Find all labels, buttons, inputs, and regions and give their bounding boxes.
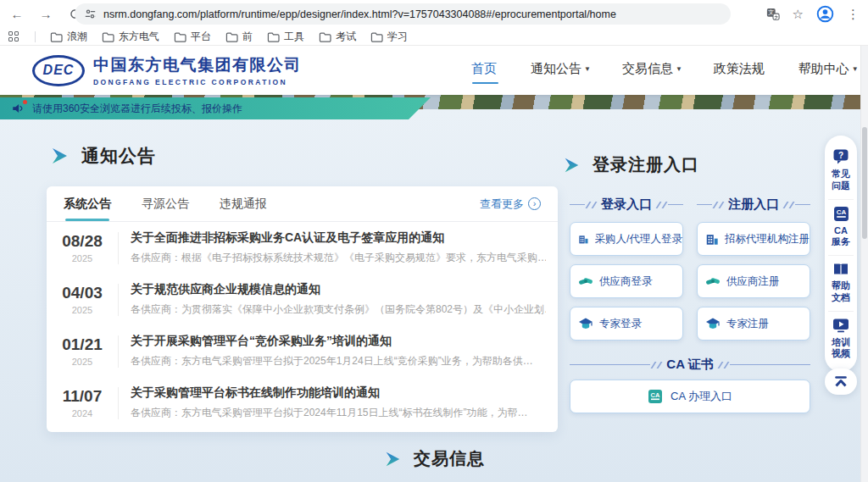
ca-cert-label: CA 证书 — [666, 357, 713, 373]
notice-year: 2025 — [47, 305, 118, 315]
nav-label: 通知公告 — [531, 61, 581, 77]
bookmark-label: 东方电气 — [119, 30, 159, 44]
book-icon — [832, 262, 849, 277]
bookmark-folder[interactable]: 工具 — [267, 30, 304, 44]
ribbon-text: 请使用360安全浏览器进行后续投标、报价操作 — [32, 102, 242, 116]
bookmark-folder[interactable]: 学习 — [370, 30, 408, 44]
tab-sourcing-notices[interactable]: 寻源公告 — [142, 186, 189, 222]
expert-register-button[interactable]: 专家注册 — [697, 307, 810, 341]
notice-title[interactable]: 关于全面推进非招标采购业务CA认证及电子签章应用的通知 — [131, 230, 546, 246]
nav-home[interactable]: 首页 — [471, 54, 499, 87]
notices-section-header: 通知公告 — [49, 144, 156, 168]
purchaser-agent-login-button[interactable]: 采购人/代理人登录 — [570, 222, 683, 256]
bookmarks-divider — [35, 31, 36, 42]
profile-avatar-icon[interactable] — [816, 5, 834, 23]
notice-title[interactable]: 关于采购管理平台标书在线制作功能培训的通知 — [131, 385, 546, 401]
bookmark-folder[interactable]: 平台 — [174, 30, 211, 44]
bookmark-label: 平台 — [191, 30, 211, 44]
quickbar-faq[interactable]: ? 常见问题 — [828, 142, 854, 199]
quickbar-ca-service[interactable]: CA CA服务 — [828, 199, 854, 256]
graduation-cap-icon — [578, 317, 593, 330]
notice-row[interactable]: 08/28 2025 关于全面推进非招标采购业务CA认证及电子签章应用的通知 各… — [47, 222, 558, 274]
notices-tabs: 系统公告 寻源公告 违规通报 查看更多 › — [47, 186, 558, 222]
button-label: 专家登录 — [599, 317, 642, 331]
folder-icon — [370, 31, 383, 42]
svg-text:CA: CA — [836, 208, 846, 216]
login-section-header: 登录注册入口 — [562, 153, 699, 176]
bookmark-star-icon[interactable]: ☆ — [793, 7, 804, 22]
nav-help-center[interactable]: 帮助中心▼ — [798, 54, 859, 87]
url-bar[interactable]: nsrm.dongfang.com/platform/runtime/epp/d… — [75, 3, 731, 25]
company-name-en: DONGFANG ELECTRIC CORPORATION — [93, 78, 302, 86]
nav-label: 帮助中心 — [798, 61, 849, 77]
supplier-register-button[interactable]: 供应商注册 — [697, 264, 810, 298]
notice-day: 01/21 — [47, 335, 118, 354]
notice-date: 04/03 2025 — [47, 284, 118, 315]
bookmark-label: 学习 — [387, 30, 408, 44]
translate-icon[interactable]: 文 — [766, 8, 780, 21]
page-scrollbar[interactable] — [860, 46, 868, 482]
login-subheaders: 登录入口 注册入口 — [570, 197, 810, 213]
back-icon[interactable]: ← — [5, 3, 29, 26]
apps-grid-icon[interactable] — [8, 31, 19, 42]
button-label: 供应商注册 — [726, 274, 780, 289]
notice-row[interactable]: 01/21 2025 关于开展采购管理平台“竞价采购业务”培训的通知 各供应商：… — [47, 325, 558, 377]
nav-label: 交易信息 — [622, 61, 673, 77]
nav-notices[interactable]: 通知公告▼ — [531, 54, 591, 87]
button-label: 专家注册 — [726, 317, 769, 331]
bookmark-folder[interactable]: 前 — [225, 30, 253, 44]
forward-icon[interactable]: → — [34, 3, 58, 26]
tab-system-notices[interactable]: 系统公告 — [64, 186, 111, 222]
quickbar-training-videos[interactable]: 培训视频 — [828, 311, 854, 368]
notice-row[interactable]: 04/03 2025 关于规范供应商企业规模信息的通知 各供应商：为贯彻落实《保… — [47, 274, 558, 325]
notice-year: 2024 — [47, 408, 118, 418]
bookmark-folder[interactable]: 考试 — [319, 30, 356, 44]
screenshot-root: ← → nsrm.dongfang.com/platform/runtime/e… — [0, 0, 868, 482]
notice-title[interactable]: 关于开展采购管理平台“竞价采购业务”培训的通知 — [131, 334, 546, 349]
toolbar-actions: 文 ☆ ⋮ — [766, 2, 860, 26]
tab-violation-reports[interactable]: 违规通报 — [220, 186, 267, 222]
bookmark-label: 工具 — [284, 30, 304, 44]
scrollbar-thumb[interactable] — [862, 127, 867, 239]
trade-section-header: 交易信息 — [383, 447, 485, 470]
url-text: nsrm.dongfang.com/platform/runtime/epp/d… — [103, 8, 616, 20]
notice-day: 11/07 — [47, 387, 118, 406]
quickbar-label: 常见问题 — [831, 169, 851, 192]
bookmark-folder[interactable]: 东方电气 — [102, 30, 159, 44]
company-logo[interactable]: DEC 中国东方电气集团有限公司 DONGFANG ELECTRIC CORPO… — [32, 54, 302, 86]
notice-date: 11/07 2024 — [47, 387, 118, 418]
supplier-login-button[interactable]: 供应商登录 — [570, 264, 683, 298]
nav-trade-info[interactable]: 交易信息▼ — [622, 54, 682, 87]
browser-menu-icon[interactable]: ⋮ — [847, 7, 860, 22]
speaker-icon — [12, 102, 25, 114]
graduation-cap-icon — [705, 317, 721, 330]
notice-date: 08/28 2025 — [47, 232, 118, 263]
site-settings-icon[interactable] — [85, 8, 96, 19]
quickbar-help-docs[interactable]: 帮助文档 — [828, 255, 854, 311]
company-name-cn: 中国东方电气集团有限公司 — [93, 54, 302, 76]
expert-login-button[interactable]: 专家登录 — [570, 307, 683, 341]
section-arrow-icon — [49, 146, 70, 166]
video-player-icon — [832, 318, 849, 334]
back-to-top-button[interactable] — [825, 368, 857, 395]
folder-icon — [174, 31, 186, 42]
notice-title[interactable]: 关于规范供应商企业规模信息的通知 — [131, 282, 546, 297]
quickbar-label: 培训视频 — [831, 337, 851, 361]
notice-row[interactable]: 11/07 2024 关于采购管理平台标书在线制作功能培训的通知 各供应商：东方… — [47, 377, 558, 429]
ca-card-icon: CA — [833, 206, 849, 222]
handshake-icon — [705, 274, 721, 288]
caret-down-icon: ▼ — [584, 65, 591, 73]
bookmark-folder[interactable]: 浪潮 — [50, 30, 87, 44]
view-more-link[interactable]: 查看更多 › — [480, 197, 541, 212]
bookmarks-bar: 浪潮 东方电气 平台 前 工具 考试 学习 — [0, 28, 868, 46]
notice-desc: 各供应商：为贯彻落实《保障中小企业款项支付条例》（国务院令第802号）及《中小企… — [131, 302, 546, 317]
page-content: 通知公告 系统公告 寻源公告 违规通报 查看更多 › 08/28 2025 关 — [0, 109, 868, 482]
building-icon — [578, 232, 589, 247]
notice-day: 08/28 — [47, 232, 118, 251]
bidding-agency-register-button[interactable]: 招标代理机构注册 — [697, 222, 810, 256]
browser-toolbar: ← → nsrm.dongfang.com/platform/runtime/e… — [0, 0, 868, 28]
bookmark-label: 浪潮 — [67, 30, 87, 44]
nav-policies[interactable]: 政策法规 — [714, 54, 767, 87]
view-more-label: 查看更多 — [480, 197, 524, 212]
ca-apply-button[interactable]: CA CA 办理入口 — [570, 380, 810, 413]
